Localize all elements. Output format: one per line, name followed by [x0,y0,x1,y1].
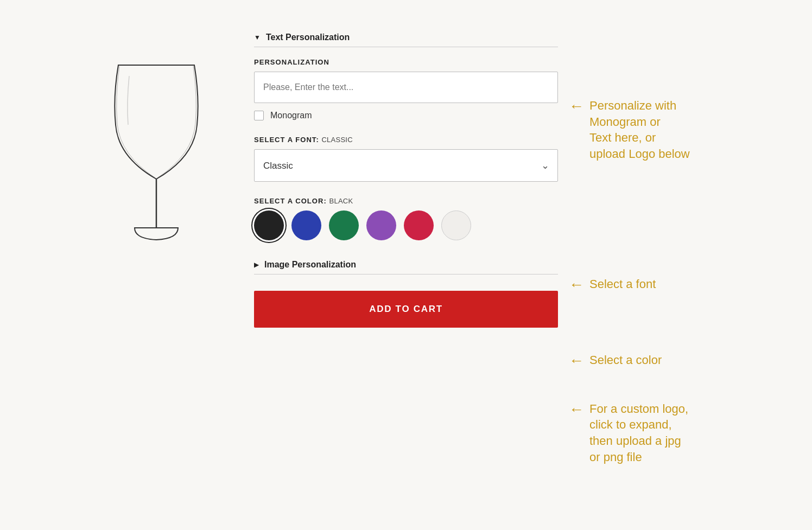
image-personalization-title: Image Personalization [264,260,356,270]
personalization-label: PERSONALIZATION [254,58,558,66]
annotation-area: ← Personalize with Monogram or Text here… [558,22,732,476]
arrow-icon-2: ← [569,277,584,292]
image-personalization-toggle[interactable]: ▶ Image Personalization [254,260,558,270]
color-swatch-purple[interactable] [366,210,396,240]
color-swatch-blue[interactable] [291,210,321,240]
arrow-icon-1: ← [569,99,584,114]
annotation-personalize-text: Personalize with Monogram or Text here, … [589,98,690,162]
font-selected-name: CLASSIC [321,136,352,144]
color-selected-name: Black [329,197,353,205]
font-label: SELECT A FONT: CLASSIC [254,136,558,144]
arrow-icon-4: ← [569,402,584,417]
color-swatch-white[interactable] [441,210,471,240]
personalization-text-input[interactable] [254,72,558,103]
form-main: ▼ Text Personalization PERSONALIZATION M… [254,22,558,476]
add-to-cart-button[interactable]: ADD TO CART [254,291,558,328]
annotation-personalize-with: ← Personalize with Monogram or Text here… [569,98,732,162]
color-row [254,210,558,240]
annotation-font-text: Select a font [589,276,656,292]
color-swatch-black[interactable] [254,210,284,240]
monogram-label: Monogram [270,111,312,120]
font-select-wrapper: Classic Script Block Modern ⌄ [254,149,558,182]
annotation-image-text: For a custom logo, click to expand, then… [589,401,688,465]
divider-2 [254,274,558,274]
arrow-icon-3: ← [569,353,584,368]
color-label: SELECT A COLOR: Black [254,197,558,205]
text-personalization-arrow: ▼ [254,34,261,41]
annotation-select-font: ← Select a font [569,276,732,292]
text-personalization-title: Text Personalization [266,33,350,42]
annotation-image-personalization: ← For a custom logo, click to expand, th… [569,401,732,465]
form-area: ▼ Text Personalization PERSONALIZATION M… [254,22,732,476]
color-swatch-green[interactable] [329,210,359,240]
font-select[interactable]: Classic Script Block Modern [254,149,558,182]
text-personalization-toggle[interactable]: ▼ Text Personalization [254,33,558,42]
monogram-row: Monogram [254,111,558,120]
annotation-select-color: ← Select a color [569,352,732,368]
image-personalization-arrow: ▶ [254,261,259,269]
monogram-checkbox[interactable] [254,111,264,120]
color-swatch-red[interactable] [404,210,434,240]
divider-1 [254,47,558,47]
annotation-color-text: Select a color [589,352,662,368]
product-image-area [80,22,232,260]
wine-glass-image [97,54,216,260]
